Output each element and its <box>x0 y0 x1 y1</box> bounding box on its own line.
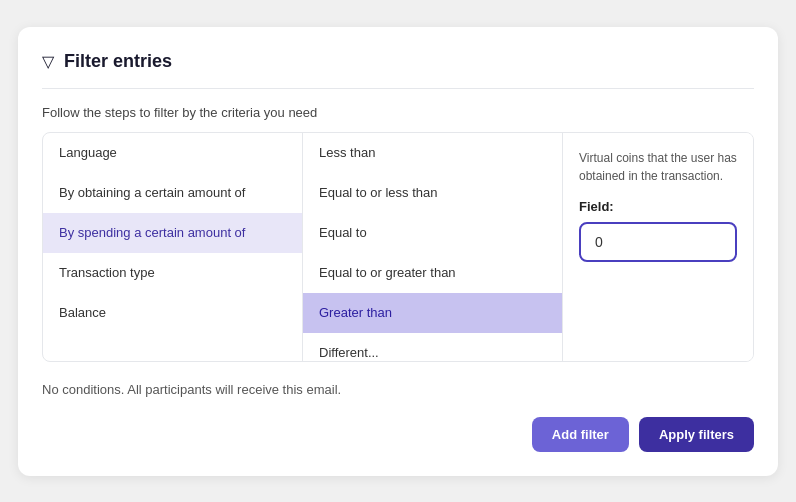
filter-icon: ▽ <box>42 52 54 71</box>
list-item-active[interactable]: Greater than <box>303 293 562 333</box>
list-item[interactable]: Balance <box>43 293 302 333</box>
apply-filters-button[interactable]: Apply filters <box>639 417 754 452</box>
right-panel: Virtual coins that the user has obtained… <box>563 133 753 361</box>
column-1: Language By obtaining a certain amount o… <box>43 133 303 361</box>
list-item[interactable]: By obtaining a certain amount of <box>43 173 302 213</box>
list-item[interactable]: Equal to <box>303 213 562 253</box>
list-item-selected[interactable]: By spending a certain amount of <box>43 213 302 253</box>
list-item[interactable]: Language <box>43 133 302 173</box>
field-description: Virtual coins that the user has obtained… <box>579 149 737 185</box>
list-item[interactable]: Equal to or less than <box>303 173 562 213</box>
list-item[interactable]: Equal to or greater than <box>303 253 562 293</box>
card-header: ▽ Filter entries <box>42 51 754 72</box>
add-filter-button[interactable]: Add filter <box>532 417 629 452</box>
list-item[interactable]: Transaction type <box>43 253 302 293</box>
page-title: Filter entries <box>64 51 172 72</box>
field-label: Field: <box>579 199 737 214</box>
list-item[interactable]: Less than <box>303 133 562 173</box>
footer: Add filter Apply filters <box>42 417 754 452</box>
header-divider <box>42 88 754 89</box>
subtitle: Follow the steps to filter by the criter… <box>42 105 754 120</box>
field-input[interactable] <box>579 222 737 262</box>
list-item[interactable]: Different... <box>303 333 562 361</box>
filter-panel: Language By obtaining a certain amount o… <box>42 132 754 362</box>
column-2: Less than Equal to or less than Equal to… <box>303 133 563 361</box>
conditions-text: No conditions. All participants will rec… <box>42 382 754 397</box>
filter-card: ▽ Filter entries Follow the steps to fil… <box>18 27 778 476</box>
